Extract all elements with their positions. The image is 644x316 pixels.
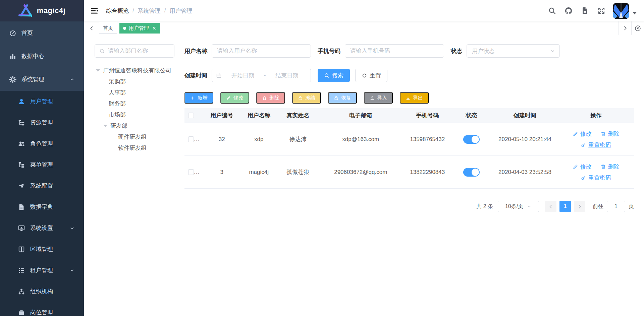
tabs-scroll-left-button[interactable] — [87, 21, 97, 35]
breadcrumb-item[interactable]: 综合概览 — [106, 7, 129, 15]
reset-button[interactable]: 重置 — [355, 69, 387, 82]
sidebar-item-system-mgmt[interactable]: 系统管理 — [0, 68, 84, 91]
calendar-icon — [216, 73, 222, 78]
sidebar-item-data-center[interactable]: 数据中心 — [0, 45, 84, 68]
cell-created: 2020-05-10 20:21:44 — [492, 136, 558, 143]
user-menu[interactable] — [613, 3, 637, 19]
search-button[interactable]: 搜索 — [318, 69, 350, 82]
table-toolbar: 新增 修改 删除 冻结 恢复 导入 导出 — [184, 92, 634, 104]
freeze-button[interactable]: 冻结 — [292, 92, 321, 104]
tree-node-company[interactable]: 广州恒通智联科技有限公司 — [95, 65, 174, 76]
paper-plane-icon — [18, 182, 25, 190]
cell-user-id: 3 — [204, 169, 239, 176]
avatar-image — [613, 3, 629, 19]
phone-label: 手机号码 — [318, 47, 340, 55]
column-header: 操作 — [558, 112, 634, 119]
delete-button[interactable]: 删除 — [256, 92, 285, 104]
sidebar-item-home[interactable]: 首页 — [0, 21, 84, 45]
row-delete-link[interactable]: 删除 — [600, 130, 620, 138]
org-chart-icon — [18, 288, 25, 295]
select-all-checkbox[interactable] — [188, 113, 194, 118]
sidebar-item-resources[interactable]: 资源管理 — [0, 112, 84, 133]
sidebar-item-organization[interactable]: 组织机构 — [0, 281, 84, 302]
tree-icon — [18, 119, 25, 126]
next-page-button[interactable] — [574, 201, 585, 212]
tabs-close-all-button[interactable] — [631, 21, 644, 35]
app-logo[interactable]: magic4j — [0, 0, 84, 21]
tabs-scroll-right-button[interactable] — [619, 21, 631, 35]
date-range-picker[interactable]: 开始日期 - 结束日期 — [212, 69, 311, 82]
page-size-value: 10条/页 — [505, 203, 523, 210]
ellipsis: ... — [194, 169, 200, 176]
add-button[interactable]: 新增 — [184, 92, 213, 104]
row-edit-link[interactable]: 修改 — [573, 163, 592, 171]
sidebar-item-posts[interactable]: 岗位管理 — [0, 302, 84, 316]
page-number-current[interactable]: 1 — [559, 201, 571, 212]
row-reset-password-link[interactable]: 重置密码 — [581, 174, 611, 182]
phone-input[interactable] — [350, 48, 439, 54]
sidebar-item-system-config[interactable]: 系统配置 — [0, 175, 84, 196]
filter-row-1: 用户名称 手机号码 状态 用户状态 — [184, 44, 634, 58]
column-header: 电子邮箱 — [318, 112, 404, 119]
start-date-placeholder[interactable]: 开始日期 — [223, 72, 263, 79]
page-size-select[interactable]: 10条/页 — [498, 201, 539, 212]
status-toggle[interactable] — [463, 168, 480, 177]
row-checkbox[interactable] — [188, 169, 194, 175]
sidebar-item-label: 菜单管理 — [30, 161, 53, 169]
sidebar-item-menus[interactable]: 菜单管理 — [0, 154, 84, 175]
edit-button[interactable]: 修改 — [220, 92, 249, 104]
status-select[interactable]: 用户状态 — [467, 44, 560, 58]
status-toggle[interactable] — [463, 135, 480, 144]
row-reset-password-link[interactable]: 重置密码 — [581, 141, 611, 149]
export-button[interactable]: 导出 — [400, 92, 429, 104]
goto-page-input[interactable] — [607, 201, 625, 212]
tab-home[interactable]: 首页 — [99, 23, 117, 34]
tab-close-icon[interactable] — [152, 26, 157, 30]
tree-node-software[interactable]: 软件研发组 — [95, 142, 174, 153]
search-icon — [99, 48, 105, 54]
avatar[interactable] — [613, 3, 629, 19]
hamburger-icon[interactable] — [90, 7, 99, 15]
tree-node-marketing[interactable]: 市场部 — [95, 109, 174, 120]
status-select-value: 用户状态 — [472, 47, 495, 55]
tree-expand-icon[interactable] — [96, 69, 100, 72]
row-edit-link[interactable]: 修改 — [573, 130, 592, 138]
goto-label: 前往 — [593, 203, 603, 210]
search-icon — [324, 73, 330, 78]
restore-button[interactable]: 恢复 — [328, 92, 357, 104]
chevron-down-icon — [550, 48, 555, 54]
sidebar-item-label: 首页 — [21, 29, 33, 37]
date-separator: - — [264, 72, 266, 79]
sidebar-item-system-settings[interactable]: 系统设置 — [0, 217, 84, 239]
tree-node-purchasing[interactable]: 采购部 — [95, 76, 174, 87]
sidebar-item-users[interactable]: 用户管理 — [0, 91, 84, 112]
tree-node-label: 硬件研发组 — [118, 133, 147, 141]
department-search-input[interactable] — [108, 48, 170, 54]
document-icon[interactable] — [581, 7, 589, 15]
tree-node-finance[interactable]: 财务部 — [95, 98, 174, 109]
chevron-up-icon — [70, 77, 74, 82]
tab-user-mgmt[interactable]: 用户管理 — [119, 23, 160, 34]
tree-node-hardware[interactable]: 硬件研发组 — [95, 131, 174, 142]
cell-phone: 13822290843 — [404, 169, 451, 176]
tree-node-hr[interactable]: 人事部 — [95, 87, 174, 98]
prev-page-button[interactable] — [545, 201, 556, 212]
sidebar-item-roles[interactable]: 角色管理 — [0, 133, 84, 154]
fullscreen-icon[interactable] — [597, 7, 605, 15]
username-input[interactable] — [217, 48, 306, 54]
sidebar-item-label: 区域管理 — [30, 245, 53, 253]
search-icon[interactable] — [548, 7, 556, 15]
department-search — [95, 44, 174, 58]
row-delete-link[interactable]: 删除 — [600, 163, 620, 171]
github-icon[interactable] — [565, 7, 573, 15]
row-checkbox[interactable] — [188, 136, 194, 142]
end-date-placeholder[interactable]: 结束日期 — [267, 72, 307, 79]
tabs-bar: 首页 用户管理 — [84, 21, 644, 35]
sidebar-item-regions[interactable]: 区域管理 — [0, 239, 84, 260]
import-button[interactable]: 导入 — [364, 92, 393, 104]
tree-node-rd[interactable]: 研发部 — [95, 120, 174, 131]
tree-expand-icon[interactable] — [103, 125, 107, 127]
sidebar-item-tenants[interactable]: 租户管理 — [0, 260, 84, 281]
sidebar-item-dictionary[interactable]: 数据字典 — [0, 196, 84, 217]
gear-icon — [9, 76, 16, 83]
